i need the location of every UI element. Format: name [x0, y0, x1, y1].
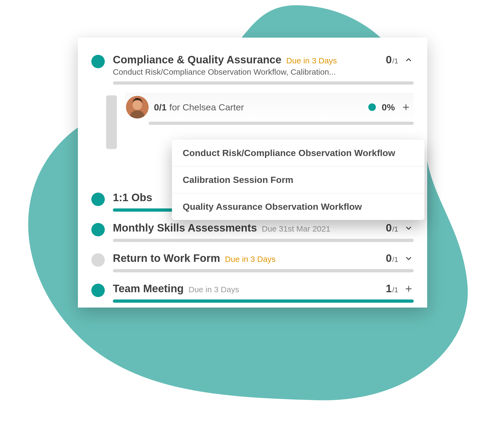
popover-item-conduct-risk[interactable]: Conduct Risk/Compliance Observation Work…	[172, 140, 424, 166]
progress-bar	[113, 239, 414, 242]
item-subtitle: Conduct Risk/Compliance Observation Work…	[113, 67, 414, 77]
count-den: /1	[392, 225, 398, 233]
chevron-down-icon[interactable]	[404, 223, 414, 233]
progress-bar	[113, 299, 414, 303]
count-den: /1	[392, 57, 398, 65]
progress-fill	[113, 299, 414, 303]
count-group: 0/1	[386, 54, 414, 66]
add-button[interactable]: +	[401, 101, 411, 113]
count: 1/1	[386, 283, 398, 295]
chevron-up-icon[interactable]	[404, 55, 414, 65]
status-dot-icon	[91, 55, 105, 68]
item-body: Team Meeting Due in 3 Days 1/1 +	[113, 283, 414, 303]
due-label: Due in 3 Days	[189, 285, 239, 294]
progress-bar	[149, 122, 414, 125]
title-row: Return to Work Form Due in 3 Days 0/1	[113, 252, 414, 264]
status-dot-icon	[91, 253, 105, 267]
person-bar: 0/1 for Chelsea Carter 0% +	[125, 93, 414, 122]
popover-item-qa[interactable]: Quality Assurance Observation Workflow	[172, 193, 424, 220]
person-text: 0/1 for Chelsea Carter	[154, 102, 244, 113]
count-num: 0	[386, 54, 392, 66]
chevron-down-icon[interactable]	[404, 253, 414, 263]
title-row: Compliance & Quality Assurance Due in 3 …	[113, 54, 414, 66]
item-title: Return to Work Form	[113, 252, 220, 264]
person-right: 0% +	[368, 101, 411, 113]
due-label: Due in 3 Days	[225, 255, 275, 264]
item-header: Return to Work Form Due in 3 Days 0/1	[91, 252, 414, 272]
person-for: for Chelsea Carter	[169, 102, 244, 113]
item-title: Compliance & Quality Assurance	[113, 54, 282, 66]
progress-bar	[113, 269, 414, 272]
item-body: Compliance & Quality Assurance Due in 3 …	[113, 54, 414, 85]
progress-bar	[113, 81, 414, 85]
title-row: Team Meeting Due in 3 Days 1/1 +	[113, 283, 414, 295]
count-den: /1	[392, 255, 398, 264]
count-den: /1	[392, 286, 398, 294]
activity-item-return[interactable]: Return to Work Form Due in 3 Days 0/1	[91, 244, 414, 275]
count: 0/1	[386, 252, 398, 264]
person-count: 0/1	[154, 102, 167, 113]
avatar	[126, 96, 149, 118]
count: 0/1	[386, 222, 398, 234]
status-dot-icon	[368, 103, 376, 111]
title-row: Monthly Skills Assessments Due 31st Mar …	[113, 222, 414, 234]
item-header: Team Meeting Due in 3 Days 1/1 +	[91, 283, 414, 303]
activity-item-team[interactable]: Team Meeting Due in 3 Days 1/1 +	[91, 275, 414, 305]
svg-point-1	[132, 100, 142, 110]
item-header: Monthly Skills Assessments Due 31st Mar …	[91, 222, 414, 242]
count-group: 0/1	[386, 222, 414, 234]
scroll-handle[interactable]	[106, 95, 117, 149]
status-dot-icon	[91, 223, 105, 236]
item-title: Monthly Skills Assessments	[113, 222, 257, 234]
status-dot-icon	[91, 193, 105, 206]
person-row[interactable]: 0/1 for Chelsea Carter 0% +	[125, 93, 414, 125]
due-label: Due in 3 Days	[286, 56, 337, 65]
item-body: Return to Work Form Due in 3 Days 0/1	[113, 252, 414, 272]
status-dot-icon	[91, 284, 105, 297]
count-num: 0	[386, 222, 392, 234]
count-num: 1	[386, 283, 392, 295]
count-num: 0	[386, 252, 392, 264]
activity-item-compliance[interactable]: Compliance & Quality Assurance Due in 3 …	[91, 46, 414, 151]
count-group: 0/1	[386, 252, 414, 264]
add-button[interactable]: +	[404, 283, 414, 295]
popover-item-calibration[interactable]: Calibration Session Form	[172, 166, 424, 193]
item-body: Monthly Skills Assessments Due 31st Mar …	[113, 222, 414, 242]
due-label: Due 31st Mar 2021	[262, 224, 330, 233]
count: 0/1	[386, 54, 398, 66]
item-title: Team Meeting	[113, 283, 184, 295]
workflow-popover: Conduct Risk/Compliance Observation Work…	[172, 140, 424, 220]
item-title: 1:1 Obs	[113, 192, 152, 204]
percent-label: 0%	[382, 102, 395, 113]
count-group: 1/1 +	[386, 283, 414, 295]
item-header: Compliance & Quality Assurance Due in 3 …	[91, 54, 414, 85]
